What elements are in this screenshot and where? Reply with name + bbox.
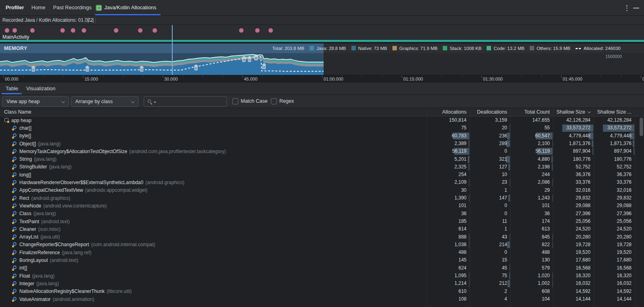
- table-row[interactable]: Object[](java.lang)2,3892892,1001,871,37…: [0, 140, 644, 147]
- event-dot[interactable]: [153, 28, 157, 33]
- gc-event-icon[interactable]: [262, 64, 266, 69]
- gc-event-icon[interactable]: [194, 65, 198, 71]
- event-timeline[interactable]: MainActivity: [0, 25, 644, 40]
- value-cell: 2: [470, 288, 510, 295]
- event-dot[interactable]: [30, 28, 35, 33]
- vertical-scrollbar-thumb[interactable]: [640, 118, 643, 136]
- column-separator[interactable]: [470, 108, 470, 307]
- activity-name: MainActivity: [2, 34, 29, 40]
- axis-tick: [302, 75, 303, 77]
- value-cell: 16,320: [553, 272, 594, 280]
- event-dot[interactable]: [268, 28, 273, 33]
- table-row[interactable]: NativeAllocationRegistry$CleanerThunk(li…: [0, 288, 644, 295]
- axis-tick-label: 01:45.000: [563, 77, 582, 81]
- table-row[interactable]: int[]6244557916,56816,568: [0, 264, 644, 272]
- value-cell: 29,088: [594, 202, 635, 210]
- match-case-checkbox[interactable]: [232, 98, 238, 104]
- table-row[interactable]: AppCompatCheckedTextView(androidx.appcom…: [0, 187, 644, 194]
- column-separator[interactable]: [427, 108, 427, 307]
- tab-profiler[interactable]: Profiler: [6, 0, 24, 15]
- event-dot[interactable]: [82, 28, 86, 33]
- gc-event-icon[interactable]: [254, 55, 258, 60]
- gc-event-icon[interactable]: [242, 56, 246, 62]
- table-row[interactable]: BoringLayout(android.text)1451513017,680…: [0, 256, 644, 264]
- table-row[interactable]: app heap150,8143,159147,65542,126,28442,…: [0, 116, 644, 124]
- column-separator[interactable]: [553, 108, 553, 307]
- column-separator[interactable]: [594, 108, 594, 307]
- gc-event-icon[interactable]: [248, 56, 252, 62]
- gc-event-icon[interactable]: [31, 66, 35, 72]
- table-row[interactable]: FinalizerReference(java.lang.ref)4880488…: [0, 249, 644, 256]
- column-header-deallocations[interactable]: Deallocations: [477, 108, 507, 116]
- table-row[interactable]: Float(java.lang)1,095751,02016,32016,320: [0, 272, 644, 280]
- table-row[interactable]: ChangeReporter$ChangeReport(com.android.…: [0, 241, 644, 249]
- table-row[interactable]: long[]2541024436,37636,376: [0, 171, 644, 178]
- gc-event-icon[interactable]: [140, 66, 144, 72]
- timeline-playhead[interactable]: [172, 25, 173, 75]
- value-cell: 75: [470, 272, 510, 280]
- value-text: 608: [542, 288, 550, 295]
- column-separator[interactable]: [635, 108, 635, 307]
- event-dot[interactable]: [255, 28, 260, 33]
- tab-home[interactable]: Home: [31, 0, 45, 15]
- table-row[interactable]: ArrayList(java.util)8884384520,28020,280: [0, 233, 644, 241]
- value-cell: 1,020: [510, 272, 553, 280]
- tab-past-recordings[interactable]: Past Recordings: [53, 0, 91, 15]
- table-row[interactable]: Class(java.lang)3603627,39627,396: [0, 210, 644, 218]
- memory-chart[interactable]: [0, 53, 644, 75]
- value-text: 1,214: [454, 280, 466, 287]
- gc-event-icon[interactable]: [85, 66, 89, 72]
- table-row[interactable]: Integer(java.lang)1,2142121,00216,03216,…: [0, 280, 644, 287]
- zoom-to-fit-icon[interactable]: |↔|: [87, 16, 93, 25]
- value-cell: 1: [470, 225, 510, 233]
- tab-java-kotlin-allocations[interactable]: Java/Kotlin Allocations: [96, 0, 156, 15]
- column-header-class-name[interactable]: Class Name: [4, 108, 31, 116]
- view-tab-bar: Table Visualization: [0, 83, 644, 95]
- sort-desc-icon: [588, 110, 591, 113]
- class-name: Cleaner: [19, 226, 36, 232]
- event-dot[interactable]: [60, 28, 65, 33]
- table-row[interactable]: TextPaint(android.text)1851117425,05625,…: [0, 218, 644, 225]
- column-header-allocations[interactable]: Allocations: [442, 108, 466, 116]
- table-row[interactable]: String(java.lang)5,2013214,880180,776180…: [0, 156, 644, 163]
- column-header-total-count[interactable]: Total Count: [524, 108, 550, 116]
- event-dot[interactable]: [12, 28, 17, 33]
- event-dot[interactable]: [114, 28, 118, 33]
- more-menu-icon[interactable]: [626, 5, 628, 11]
- memory-panel[interactable]: MEMORY Total: 203.8 MBJava: 28.8 MBNativ…: [0, 44, 644, 75]
- search-input[interactable]: [144, 96, 227, 107]
- arrange-select[interactable]: Arrange by class: [71, 96, 138, 107]
- value-text: 42,126,284: [607, 116, 632, 124]
- table-row[interactable]: ValueAnimator(android.animation)10841041…: [0, 295, 644, 303]
- table-row[interactable]: StringBuilder(java.lang)2,3251272,19852,…: [0, 163, 644, 171]
- class-name-cell: ValueAnimator(android.animation): [12, 295, 94, 303]
- tab-table[interactable]: Table: [6, 83, 18, 94]
- column-header-shallow-size[interactable]: Shallow Size ...: [597, 108, 632, 116]
- minimize-icon[interactable]: [633, 8, 639, 8]
- table-row[interactable]: char[]75205533,573,27233,573,272: [0, 124, 644, 132]
- table-row[interactable]: Cleaner(sun.misc)614161324,52024,520: [0, 225, 644, 233]
- event-dot[interactable]: [5, 28, 9, 33]
- regex-checkbox[interactable]: [271, 98, 277, 104]
- class-name-cell: byte[]: [12, 132, 31, 140]
- table-row[interactable]: HardwareRendererObserver$$ExternalSynthe…: [0, 178, 644, 186]
- heap-select[interactable]: View app heap: [2, 96, 69, 107]
- table-row[interactable]: byte[]60,78323660,5474,779,4484,779,448: [0, 132, 644, 140]
- tab-visualization[interactable]: Visualization: [26, 83, 56, 94]
- event-dot[interactable]: [239, 28, 244, 33]
- table-row[interactable]: ViewNode(android.view.contentcapture)101…: [0, 202, 644, 210]
- axis-tick: [322, 75, 322, 78]
- value-text: 20,280: [617, 233, 632, 241]
- value-text: 60,783: [452, 132, 466, 140]
- value-bar: [469, 164, 469, 170]
- table-row[interactable]: Rect(android.graphics)1,3901471,24329,83…: [0, 194, 644, 202]
- value-cell: 19,728: [594, 241, 635, 249]
- class-name-cell: Class(java.lang): [12, 210, 56, 218]
- event-dot[interactable]: [138, 28, 142, 33]
- axis-tick: [382, 75, 382, 77]
- table-row[interactable]: MemoryTaskCategory$AllocationTestObjectO…: [0, 147, 644, 155]
- column-separator[interactable]: [510, 108, 511, 307]
- event-dot[interactable]: [71, 28, 75, 33]
- search-options-caret-icon[interactable]: [154, 102, 156, 103]
- column-header-shallow-size[interactable]: Shallow Size: [556, 108, 590, 116]
